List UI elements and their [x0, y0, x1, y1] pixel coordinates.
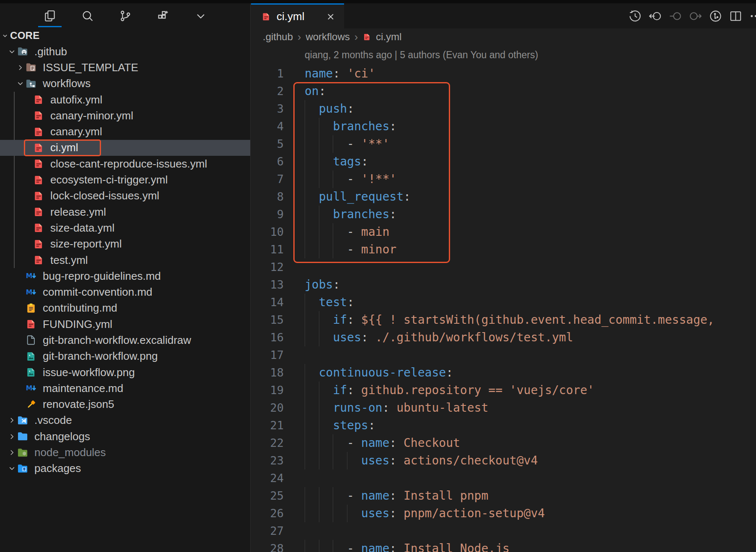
- code-line-15[interactable]: 15if: ${{ ! startsWith(github.event.head…: [251, 311, 756, 329]
- tree-item-workflows[interactable]: workflows: [0, 76, 250, 92]
- tree-item-maintenance-md[interactable]: Mmaintenance.md: [0, 380, 250, 396]
- tree-item-test-yml[interactable]: test.yml: [0, 252, 250, 268]
- timeline-icon[interactable]: [628, 9, 642, 23]
- code-line-13[interactable]: 13jobs:: [251, 276, 756, 294]
- tree-item--vscode[interactable]: .vscode: [0, 413, 250, 428]
- line-number[interactable]: 10: [251, 223, 284, 241]
- tree-item--github[interactable]: .github: [0, 44, 250, 59]
- code-line-17[interactable]: 17: [251, 346, 756, 364]
- line-number[interactable]: 16: [251, 329, 284, 346]
- code-line-9[interactable]: 9branches:: [251, 206, 756, 223]
- tree-item-changelogs[interactable]: changelogs: [0, 428, 250, 444]
- chevron-down-icon[interactable]: [15, 79, 25, 88]
- line-number[interactable]: 18: [251, 364, 284, 382]
- line-number[interactable]: 28: [251, 540, 284, 552]
- line-number[interactable]: 9: [251, 206, 284, 223]
- code-line-14[interactable]: 14test:: [251, 294, 756, 311]
- line-number[interactable]: 12: [251, 258, 284, 276]
- line-number[interactable]: 19: [251, 382, 284, 399]
- line-number[interactable]: 24: [251, 469, 284, 487]
- code-line-20[interactable]: 20runs-on: ubuntu-latest: [251, 399, 756, 417]
- code-line-2[interactable]: 2on:: [251, 83, 756, 100]
- chevron-down-icon[interactable]: [7, 464, 17, 473]
- tree-item-lock-closed-issues-yml[interactable]: lock-closed-issues.yml: [0, 188, 250, 204]
- explorer-root-header[interactable]: CORE: [0, 28, 250, 44]
- tree-item-funding-yml[interactable]: FUNDING.yml: [0, 316, 250, 332]
- tree-item-git-branch-workflow-excalidraw[interactable]: git-branch-workflow.excalidraw: [0, 332, 250, 348]
- code-line-23[interactable]: 23uses: actions/checkout@v4: [251, 452, 756, 469]
- close-tab-icon[interactable]: [326, 12, 336, 22]
- tree-item-ci-yml[interactable]: ci.yml: [0, 140, 250, 156]
- line-number[interactable]: 25: [251, 487, 284, 505]
- chevron-right-icon[interactable]: [15, 63, 25, 72]
- line-number[interactable]: 14: [251, 294, 284, 311]
- tree-item-size-report-yml[interactable]: size-report.yml: [0, 236, 250, 252]
- breadcrumb-item-github[interactable]: .github: [263, 31, 293, 43]
- code-line-28[interactable]: 28- name: Install Node.js: [251, 540, 756, 552]
- chevron-right-icon[interactable]: [7, 432, 17, 441]
- tree-item-git-branch-workflow-png[interactable]: git-branch-workflow.png: [0, 348, 250, 364]
- code-line-7[interactable]: 7- '!**': [251, 170, 756, 188]
- line-number[interactable]: 8: [251, 188, 284, 206]
- code-line-4[interactable]: 4branches:: [251, 118, 756, 135]
- tree-item-issue-template[interactable]: ISSUE_TEMPLATE: [0, 59, 250, 75]
- tree-item-release-yml[interactable]: release.yml: [0, 204, 250, 220]
- code-line-21[interactable]: 21steps:: [251, 417, 756, 434]
- code-line-6[interactable]: 6tags:: [251, 153, 756, 170]
- code-line-8[interactable]: 8pull_request:: [251, 188, 756, 206]
- code-line-11[interactable]: 11- minor: [251, 241, 756, 258]
- chevron-right-icon[interactable]: [7, 448, 17, 457]
- more-actions-icon[interactable]: [749, 9, 756, 23]
- tree-item-contributing-md[interactable]: contributing.md: [0, 300, 250, 316]
- chevron-down-icon[interactable]: [7, 47, 17, 56]
- code-line-12[interactable]: 12: [251, 258, 756, 276]
- code-line-3[interactable]: 3push:: [251, 100, 756, 118]
- tree-item-ecosystem-ci-trigger-yml[interactable]: ecosystem-ci-trigger.yml: [0, 172, 250, 188]
- line-number[interactable]: 27: [251, 522, 284, 540]
- line-number[interactable]: 20: [251, 399, 284, 417]
- previous-change-icon[interactable]: [668, 9, 682, 23]
- code-line-25[interactable]: 25- name: Install pnpm: [251, 487, 756, 505]
- code-line-19[interactable]: 19if: github.repository == 'vuejs/core': [251, 382, 756, 399]
- tree-item-packages[interactable]: packages: [0, 461, 250, 477]
- code-line-1[interactable]: 1name: 'ci': [251, 65, 756, 83]
- line-number[interactable]: 17: [251, 346, 284, 364]
- tree-item-node-modules[interactable]: node_modules: [0, 444, 250, 460]
- line-number[interactable]: 13: [251, 276, 284, 294]
- line-number[interactable]: 15: [251, 311, 284, 329]
- line-number[interactable]: 23: [251, 452, 284, 469]
- breadcrumb-item-workflows[interactable]: workflows: [306, 31, 350, 43]
- extensions-icon[interactable]: [150, 5, 176, 27]
- tab-ci-yml[interactable]: ci.yml: [251, 3, 344, 28]
- tree-item-commit-convention-md[interactable]: Mcommit-convention.md: [0, 284, 250, 300]
- code-line-5[interactable]: 5- '**': [251, 135, 756, 153]
- line-number[interactable]: 7: [251, 170, 284, 188]
- line-number[interactable]: 21: [251, 417, 284, 434]
- code-line-26[interactable]: 26uses: pnpm/action-setup@v4: [251, 505, 756, 522]
- line-number[interactable]: 6: [251, 153, 284, 170]
- tree-item-autofix-yml[interactable]: autofix.yml: [0, 92, 250, 108]
- code-line-10[interactable]: 10- main: [251, 223, 756, 241]
- line-number[interactable]: 1: [251, 65, 284, 83]
- source-control-icon[interactable]: [112, 5, 138, 27]
- line-number[interactable]: 5: [251, 135, 284, 153]
- tree-item-size-data-yml[interactable]: size-data.yml: [0, 220, 250, 236]
- code-line-16[interactable]: 16uses: ./.github/workflows/test.yml: [251, 329, 756, 346]
- tree-item-canary-minor-yml[interactable]: canary-minor.yml: [0, 108, 250, 124]
- line-number[interactable]: 4: [251, 118, 284, 135]
- tree-item-bug-repro-guidelines-md[interactable]: Mbug-repro-guidelines.md: [0, 268, 250, 284]
- code-editor[interactable]: qiang, 2 months ago | 5 authors (Evan Yo…: [251, 45, 756, 552]
- line-number[interactable]: 22: [251, 434, 284, 452]
- breadcrumb-item-ci-yml[interactable]: ci.yml: [376, 31, 401, 43]
- code-line-24[interactable]: 24: [251, 469, 756, 487]
- search-icon[interactable]: [75, 5, 101, 27]
- chevron-right-icon[interactable]: [7, 416, 17, 425]
- explorer-icon[interactable]: [37, 5, 63, 27]
- code-line-18[interactable]: 18continuous-release:: [251, 364, 756, 382]
- tree-item-close-cant-reproduce-issues-yml[interactable]: close-cant-reproduce-issues.yml: [0, 156, 250, 172]
- more-views-icon[interactable]: [188, 5, 214, 27]
- line-number[interactable]: 3: [251, 100, 284, 118]
- tree-item-renovate-json5[interactable]: renovate.json5: [0, 397, 250, 413]
- open-previous-change-icon[interactable]: [648, 9, 662, 23]
- tree-item-canary-yml[interactable]: canary.yml: [0, 124, 250, 139]
